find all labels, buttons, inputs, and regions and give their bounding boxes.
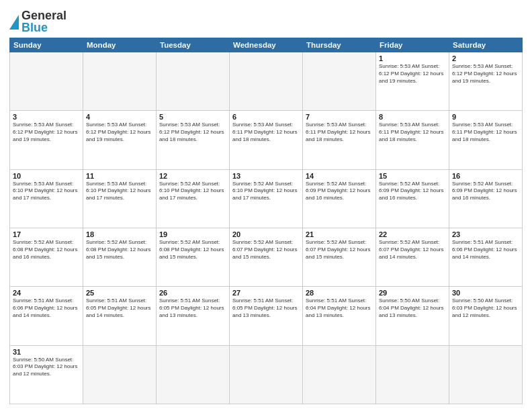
logo-text: General Blue (21, 9, 66, 34)
day-number: 23 (452, 230, 519, 238)
logo-blue: Blue (21, 21, 48, 34)
calendar-week-row: 31Sunrise: 5:50 AM Sunset: 6:03 PM Dayli… (10, 345, 523, 404)
day-info: Sunrise: 5:51 AM Sunset: 6:06 PM Dayligh… (452, 239, 519, 261)
calendar-cell: 1Sunrise: 5:53 AM Sunset: 6:12 PM Daylig… (376, 52, 449, 111)
calendar-cell: 25Sunrise: 5:51 AM Sunset: 6:05 PM Dayli… (83, 287, 157, 345)
calendar-cell: 13Sunrise: 5:52 AM Sunset: 6:10 PM Dayli… (230, 169, 303, 228)
calendar-cell: 22Sunrise: 5:52 AM Sunset: 6:07 PM Dayli… (376, 228, 449, 286)
day-info: Sunrise: 5:51 AM Sunset: 6:05 PM Dayligh… (159, 298, 226, 319)
day-info: Sunrise: 5:53 AM Sunset: 6:11 PM Dayligh… (306, 122, 373, 143)
header: General Blue (9, 7, 523, 34)
day-number: 21 (306, 230, 373, 238)
logo-general: General (21, 9, 66, 22)
day-info: Sunrise: 5:53 AM Sunset: 6:11 PM Dayligh… (379, 122, 446, 143)
column-header-wednesday: Wednesday (230, 38, 303, 52)
calendar-cell (376, 345, 449, 404)
column-header-friday: Friday (376, 38, 449, 52)
calendar-week-row: 17Sunrise: 5:52 AM Sunset: 6:08 PM Dayli… (10, 228, 523, 286)
calendar-cell: 5Sunrise: 5:53 AM Sunset: 6:12 PM Daylig… (157, 111, 230, 169)
calendar-cell: 6Sunrise: 5:53 AM Sunset: 6:11 PM Daylig… (230, 111, 303, 169)
day-number: 10 (13, 172, 80, 180)
day-number: 20 (232, 230, 300, 238)
day-info: Sunrise: 5:52 AM Sunset: 6:10 PM Dayligh… (159, 181, 226, 202)
calendar-cell: 18Sunrise: 5:52 AM Sunset: 6:08 PM Dayli… (83, 228, 157, 286)
day-number: 28 (306, 289, 373, 297)
day-info: Sunrise: 5:50 AM Sunset: 6:03 PM Dayligh… (452, 298, 519, 319)
day-info: Sunrise: 5:52 AM Sunset: 6:08 PM Dayligh… (86, 239, 153, 261)
calendar-cell: 11Sunrise: 5:53 AM Sunset: 6:10 PM Dayli… (83, 169, 157, 228)
day-number: 1 (379, 54, 446, 62)
day-number: 17 (13, 230, 80, 238)
day-number: 6 (232, 113, 300, 121)
calendar-cell (157, 52, 230, 111)
column-header-saturday: Saturday (449, 38, 523, 52)
day-info: Sunrise: 5:53 AM Sunset: 6:12 PM Dayligh… (452, 63, 519, 85)
calendar-cell: 24Sunrise: 5:51 AM Sunset: 6:06 PM Dayli… (10, 287, 83, 345)
day-number: 16 (452, 172, 519, 180)
calendar-week-row: 3Sunrise: 5:53 AM Sunset: 6:12 PM Daylig… (10, 111, 523, 169)
day-number: 9 (452, 113, 519, 121)
day-info: Sunrise: 5:52 AM Sunset: 6:08 PM Dayligh… (13, 239, 80, 261)
calendar-cell: 4Sunrise: 5:53 AM Sunset: 6:12 PM Daylig… (83, 111, 157, 169)
day-number: 5 (159, 113, 226, 121)
day-info: Sunrise: 5:51 AM Sunset: 6:04 PM Dayligh… (306, 298, 373, 319)
day-number: 2 (452, 54, 519, 62)
day-number: 4 (86, 113, 153, 121)
day-info: Sunrise: 5:53 AM Sunset: 6:11 PM Dayligh… (452, 122, 519, 143)
calendar-cell: 26Sunrise: 5:51 AM Sunset: 6:05 PM Dayli… (157, 287, 230, 345)
day-number: 12 (159, 172, 226, 180)
day-info: Sunrise: 5:53 AM Sunset: 6:12 PM Dayligh… (159, 122, 226, 143)
calendar-cell: 17Sunrise: 5:52 AM Sunset: 6:08 PM Dayli… (10, 228, 83, 286)
calendar-cell: 2Sunrise: 5:53 AM Sunset: 6:12 PM Daylig… (449, 52, 523, 111)
calendar-cell: 31Sunrise: 5:50 AM Sunset: 6:03 PM Dayli… (10, 345, 83, 404)
day-info: Sunrise: 5:53 AM Sunset: 6:10 PM Dayligh… (13, 181, 80, 202)
calendar-cell (10, 52, 83, 111)
calendar-cell: 9Sunrise: 5:53 AM Sunset: 6:11 PM Daylig… (449, 111, 523, 169)
calendar-cell: 28Sunrise: 5:51 AM Sunset: 6:04 PM Dayli… (303, 287, 376, 345)
calendar-cell (157, 345, 230, 404)
day-info: Sunrise: 5:53 AM Sunset: 6:12 PM Dayligh… (86, 122, 153, 143)
calendar-week-row: 10Sunrise: 5:53 AM Sunset: 6:10 PM Dayli… (10, 169, 523, 228)
day-number: 26 (159, 289, 226, 297)
day-info: Sunrise: 5:52 AM Sunset: 6:09 PM Dayligh… (379, 181, 446, 202)
day-number: 25 (86, 289, 153, 297)
day-info: Sunrise: 5:51 AM Sunset: 6:06 PM Dayligh… (13, 298, 80, 319)
calendar-week-row: 24Sunrise: 5:51 AM Sunset: 6:06 PM Dayli… (10, 287, 523, 345)
day-number: 22 (379, 230, 446, 238)
calendar-table: SundayMondayTuesdayWednesdayThursdayFrid… (9, 38, 523, 404)
day-number: 27 (232, 289, 300, 297)
page: General Blue SundayMondayTuesdayWednesda… (0, 0, 532, 411)
calendar-cell: 23Sunrise: 5:51 AM Sunset: 6:06 PM Dayli… (449, 228, 523, 286)
day-info: Sunrise: 5:52 AM Sunset: 6:07 PM Dayligh… (232, 239, 300, 261)
day-number: 8 (379, 113, 446, 121)
calendar-cell: 7Sunrise: 5:53 AM Sunset: 6:11 PM Daylig… (303, 111, 376, 169)
day-number: 7 (306, 113, 373, 121)
calendar-cell (303, 52, 376, 111)
calendar-cell: 21Sunrise: 5:52 AM Sunset: 6:07 PM Dayli… (303, 228, 376, 286)
day-info: Sunrise: 5:52 AM Sunset: 6:10 PM Dayligh… (232, 181, 300, 202)
calendar-cell: 30Sunrise: 5:50 AM Sunset: 6:03 PM Dayli… (449, 287, 523, 345)
day-info: Sunrise: 5:50 AM Sunset: 6:03 PM Dayligh… (13, 357, 80, 378)
column-header-monday: Monday (83, 38, 157, 52)
calendar-cell: 27Sunrise: 5:51 AM Sunset: 6:05 PM Dayli… (230, 287, 303, 345)
day-info: Sunrise: 5:50 AM Sunset: 6:04 PM Dayligh… (379, 298, 446, 319)
calendar-cell: 20Sunrise: 5:52 AM Sunset: 6:07 PM Dayli… (230, 228, 303, 286)
day-info: Sunrise: 5:52 AM Sunset: 6:07 PM Dayligh… (379, 239, 446, 261)
day-number: 29 (379, 289, 446, 297)
day-number: 15 (379, 172, 446, 180)
day-info: Sunrise: 5:52 AM Sunset: 6:08 PM Dayligh… (159, 239, 226, 261)
calendar-cell (83, 345, 157, 404)
calendar-cell: 12Sunrise: 5:52 AM Sunset: 6:10 PM Dayli… (157, 169, 230, 228)
column-header-tuesday: Tuesday (157, 38, 230, 52)
calendar-cell: 10Sunrise: 5:53 AM Sunset: 6:10 PM Dayli… (10, 169, 83, 228)
day-info: Sunrise: 5:52 AM Sunset: 6:07 PM Dayligh… (306, 239, 373, 261)
day-info: Sunrise: 5:52 AM Sunset: 6:09 PM Dayligh… (306, 181, 373, 202)
day-info: Sunrise: 5:53 AM Sunset: 6:12 PM Dayligh… (13, 122, 80, 143)
calendar-cell (449, 345, 523, 404)
calendar-week-row: 1Sunrise: 5:53 AM Sunset: 6:12 PM Daylig… (10, 52, 523, 111)
day-info: Sunrise: 5:52 AM Sunset: 6:09 PM Dayligh… (452, 181, 519, 202)
calendar-cell (230, 345, 303, 404)
day-number: 3 (13, 113, 80, 121)
calendar-cell: 29Sunrise: 5:50 AM Sunset: 6:04 PM Dayli… (376, 287, 449, 345)
logo: General Blue (9, 9, 66, 34)
